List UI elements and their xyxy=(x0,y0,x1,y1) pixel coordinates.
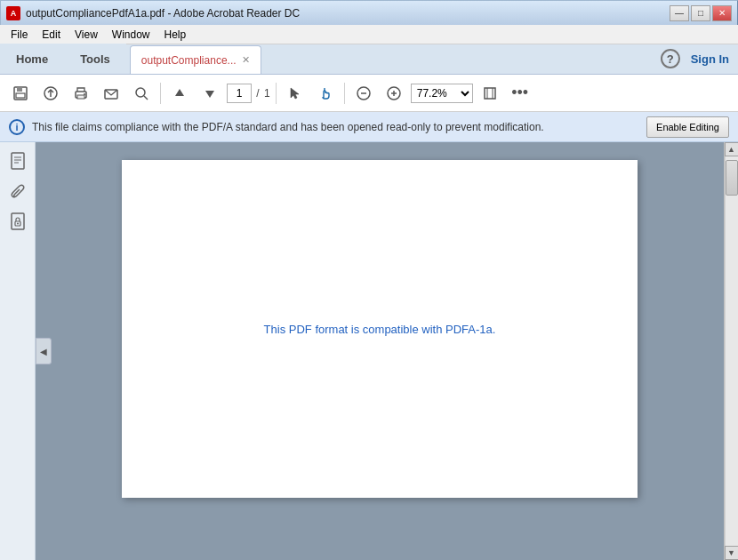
scroll-thumb[interactable] xyxy=(726,160,738,196)
minimize-button[interactable]: — xyxy=(670,5,689,21)
more-tools-button[interactable]: ••• xyxy=(507,80,533,107)
next-page-button[interactable] xyxy=(197,80,223,107)
security-button[interactable] xyxy=(5,210,30,235)
pdf-page: This PDF format is compatible with PDFA-… xyxy=(122,160,638,498)
title-bar-text: outputCompliancePdfA1a.pdf - Adobe Acrob… xyxy=(26,7,300,20)
panel-toggle-button[interactable]: ◀ xyxy=(36,338,52,364)
tab-document-label: outputCompliance... xyxy=(141,54,237,67)
zoom-out-button[interactable] xyxy=(350,80,377,107)
menu-edit[interactable]: Edit xyxy=(35,27,68,43)
scroll-down-button[interactable]: ▼ xyxy=(725,546,739,560)
title-bar-left: A outputCompliancePdfA1a.pdf - Adobe Acr… xyxy=(6,6,300,20)
page-thumbnail-icon xyxy=(9,152,27,172)
menu-view[interactable]: View xyxy=(68,27,105,43)
scroll-track[interactable] xyxy=(725,156,739,546)
tab-close-button[interactable]: ✕ xyxy=(242,54,250,66)
main-area: ◀ This PDF format is compatible with PDF… xyxy=(0,142,738,560)
toolbar-separator-2 xyxy=(276,83,277,104)
email-icon xyxy=(103,85,119,101)
attachment-button[interactable] xyxy=(5,180,30,204)
zoom-in-icon xyxy=(386,85,402,101)
toolbar-separator-1 xyxy=(160,83,161,104)
svg-point-28 xyxy=(17,223,19,225)
svg-rect-1 xyxy=(17,87,22,92)
menu-help[interactable]: Help xyxy=(157,27,194,43)
tab-tools[interactable]: Tools xyxy=(64,44,126,74)
svg-point-8 xyxy=(136,88,145,97)
tab-bar: Home Tools outputCompliance... ✕ ? Sign … xyxy=(0,44,738,75)
svg-marker-10 xyxy=(175,89,184,96)
select-tool-button[interactable] xyxy=(282,80,309,107)
pdf-content-text: This PDF format is compatible with PDFA-… xyxy=(264,323,496,336)
print-button[interactable] xyxy=(68,80,94,107)
svg-rect-5 xyxy=(77,95,84,99)
more-icon: ••• xyxy=(511,84,528,102)
zoom-out-icon xyxy=(356,85,372,101)
zoom-in-button[interactable] xyxy=(381,80,407,107)
vertical-scrollbar[interactable]: ▲ ▼ xyxy=(724,142,738,560)
tab-bar-right: ? Sign In xyxy=(661,44,738,74)
tab-home[interactable]: Home xyxy=(0,44,64,74)
upload-button[interactable] xyxy=(37,80,64,107)
search-button[interactable] xyxy=(128,80,155,107)
page-navigation: / 1 xyxy=(227,84,270,103)
menu-file[interactable]: File xyxy=(4,27,35,43)
enable-editing-button[interactable]: Enable Editing xyxy=(646,116,729,138)
left-sidebar xyxy=(0,142,36,560)
page-input[interactable] xyxy=(227,84,252,103)
svg-marker-11 xyxy=(205,91,214,98)
hand-tool-button[interactable] xyxy=(312,80,339,107)
info-icon: i xyxy=(9,119,25,135)
maximize-button[interactable]: □ xyxy=(691,5,710,21)
title-bar: A outputCompliancePdfA1a.pdf - Adobe Acr… xyxy=(0,0,738,25)
pdf-area[interactable]: ◀ This PDF format is compatible with PDF… xyxy=(36,142,724,560)
menu-bar: File Edit View Window Help xyxy=(0,25,738,44)
svg-point-6 xyxy=(84,93,85,95)
page-thumbnail-button[interactable] xyxy=(5,149,30,174)
toolbar: / 1 77.2% 50% 75% 100% 125% 150% xyxy=(0,75,738,112)
search-icon xyxy=(133,85,149,101)
save-button[interactable] xyxy=(7,80,34,107)
select-icon xyxy=(288,86,302,100)
tab-document[interactable]: outputCompliance... ✕ xyxy=(130,45,261,74)
save-icon xyxy=(12,85,28,101)
app-icon: A xyxy=(6,6,20,20)
attachment-icon xyxy=(9,182,27,202)
scroll-up-button[interactable]: ▲ xyxy=(725,142,739,156)
zoom-select[interactable]: 77.2% 50% 75% 100% 125% 150% xyxy=(411,84,473,103)
next-page-icon xyxy=(204,87,216,100)
email-button[interactable] xyxy=(98,80,124,107)
prev-page-button[interactable] xyxy=(166,80,193,107)
print-icon xyxy=(73,85,89,101)
upload-icon xyxy=(43,85,59,101)
fit-page-button[interactable] xyxy=(477,80,503,107)
title-bar-controls[interactable]: — □ ✕ xyxy=(670,5,732,21)
prev-page-icon xyxy=(173,87,186,100)
notification-bar: i This file claims compliance with the P… xyxy=(0,112,738,142)
svg-line-9 xyxy=(144,96,148,100)
sign-in-button[interactable]: Sign In xyxy=(691,52,729,66)
help-button[interactable]: ? xyxy=(661,49,680,68)
hand-icon xyxy=(317,85,333,101)
close-button[interactable]: ✕ xyxy=(712,5,732,21)
menu-window[interactable]: Window xyxy=(105,27,157,43)
document-lock-icon xyxy=(9,212,27,232)
toolbar-separator-3 xyxy=(344,83,345,104)
notification-message: This file claims compliance with the PDF… xyxy=(32,121,639,133)
fit-icon xyxy=(482,85,498,101)
page-total: 1 xyxy=(264,87,270,100)
svg-marker-12 xyxy=(291,88,299,99)
svg-rect-19 xyxy=(485,88,495,99)
chevron-left-icon: ◀ xyxy=(40,347,47,356)
svg-rect-2 xyxy=(16,93,25,98)
page-separator: / xyxy=(253,87,262,100)
svg-rect-22 xyxy=(12,153,24,169)
